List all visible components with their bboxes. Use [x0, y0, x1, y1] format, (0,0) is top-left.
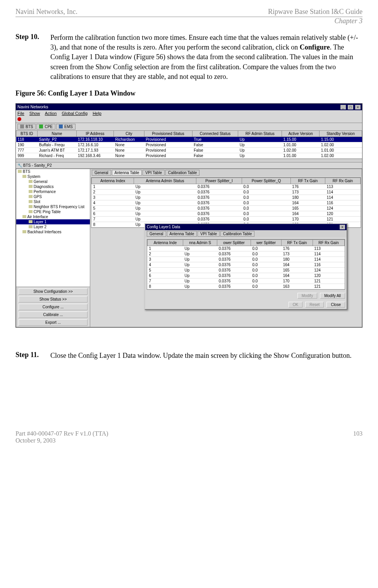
table-row[interactable]: 6Up0.03760.0164120: [148, 273, 345, 278]
btn-configure[interactable]: Configure ...: [19, 304, 88, 310]
tab-antenna[interactable]: Antenna Table: [112, 170, 142, 176]
tree-node[interactable]: System: [16, 174, 90, 179]
btn-reset[interactable]: Reset: [305, 302, 324, 308]
tree-node[interactable]: Layer 2: [16, 224, 90, 229]
tree-node[interactable]: General: [16, 179, 90, 184]
ems-icon: [59, 125, 63, 128]
col-header[interactable]: RF Admin Status: [238, 130, 282, 137]
dialog-grid[interactable]: Antenna Indenna Admin Sower Splitterwer …: [147, 239, 345, 289]
col-header[interactable]: BTS ID: [16, 130, 38, 137]
table-row[interactable]: 7Up0.03760.0170121: [92, 216, 361, 222]
menu-action[interactable]: Action: [45, 111, 57, 116]
btn-show-status[interactable]: Show Status >>: [19, 296, 88, 303]
table-row[interactable]: 3Up0.03760.0180114: [148, 256, 345, 262]
nav-tree[interactable]: BTS System General Diagnostics Performan…: [16, 169, 90, 287]
header-right: Ripwave Base Station I&C Guide: [268, 8, 363, 16]
tree-node[interactable]: GPS: [16, 194, 90, 199]
tab-general[interactable]: General: [92, 170, 111, 176]
toolbar-icon[interactable]: [17, 117, 21, 121]
col-header[interactable]: Name: [38, 130, 76, 137]
col-header[interactable]: nna Admin S: [183, 239, 217, 246]
col-header[interactable]: RF Rx Gain: [313, 239, 344, 246]
table-row[interactable]: 999Richard - Freq192.168.3.46NoneProvisi…: [16, 153, 362, 158]
tree-node[interactable]: Layer 1: [16, 219, 90, 224]
tree-node[interactable]: Slot: [16, 199, 90, 204]
col-header[interactable]: Active Version: [282, 130, 320, 137]
btn-close[interactable]: Close: [326, 302, 345, 308]
folder-icon: [29, 200, 33, 203]
btn-ok[interactable]: OK: [289, 302, 302, 308]
col-header[interactable]: wer Splitter: [251, 239, 281, 246]
col-header[interactable]: Antenna Inde: [148, 239, 183, 246]
btn-modify-all[interactable]: Modify All: [320, 293, 345, 299]
col-header[interactable]: Power Splitter_I: [196, 178, 242, 184]
table-row[interactable]: 4Up0.03760.0164116: [92, 200, 361, 205]
table-row[interactable]: 7Up0.03760.0170121: [148, 278, 345, 284]
tree-node[interactable]: Performance: [16, 189, 90, 194]
dtab-antenna[interactable]: Antenna Table: [167, 231, 197, 237]
minimize-icon[interactable]: _: [340, 105, 346, 109]
tab-ems[interactable]: EMS: [56, 124, 76, 130]
menu-show[interactable]: Show: [29, 111, 40, 116]
col-header[interactable]: Power Splitter_Q: [242, 178, 291, 184]
folder-icon: [22, 215, 26, 218]
col-header[interactable]: RF Tx Gain: [290, 178, 325, 184]
col-header[interactable]: RF Rx Gain: [325, 178, 360, 184]
table-row[interactable]: 4Up0.03760.0164116: [148, 262, 345, 267]
footer-date: October 9, 2003: [15, 437, 363, 444]
col-header[interactable]: Provisioned Status: [144, 130, 192, 137]
maximize-icon[interactable]: □: [348, 105, 353, 109]
tree-node[interactable]: Neighbor BTS Frequency List: [16, 204, 90, 209]
dtab-general[interactable]: General: [147, 231, 166, 237]
dialog-close-icon[interactable]: ×: [340, 225, 345, 229]
table-row[interactable]: 2Up0.03760.0173114: [148, 251, 345, 256]
table-row[interactable]: 6Up0.03760.0164120: [92, 211, 361, 216]
table-row[interactable]: 2Up0.03760.0173114: [92, 189, 361, 195]
splitter[interactable]: [16, 159, 362, 162]
tree-node[interactable]: CPE Ping Table: [16, 209, 90, 214]
step-11: Step 11. Close the Config Layer 1 Data w…: [15, 351, 363, 361]
btn-modify[interactable]: Modify: [297, 293, 317, 299]
tab-cpe[interactable]: CPE: [36, 124, 55, 130]
tab-vpi[interactable]: VPI Table: [143, 170, 165, 176]
dtab-vpi[interactable]: VPI Table: [198, 231, 220, 237]
col-header[interactable]: IP Address: [76, 130, 114, 137]
col-header[interactable]: ower Splitter: [217, 239, 251, 246]
step-11-text: Close the Config Layer 1 Data window. Up…: [50, 351, 363, 361]
table-row[interactable]: 118Sanity_P2172.16.118.10RichardsonProvi…: [16, 137, 362, 142]
table-row[interactable]: 8Up0.03760.0163121: [148, 284, 345, 289]
col-header[interactable]: Antenna Index: [92, 178, 134, 184]
tree-node[interactable]: Air Interface: [16, 214, 90, 219]
btn-show-config[interactable]: Show Configuration >>: [19, 288, 88, 295]
table-row[interactable]: 190Buffalo - Frequ172.16.6.10NoneProvisi…: [16, 142, 362, 147]
menu-file[interactable]: File: [17, 111, 24, 116]
table-row[interactable]: 5Up0.03760.0165124: [92, 205, 361, 211]
table-row[interactable]: 1Up0.03760.0176113: [148, 246, 345, 251]
folder-icon: [29, 190, 33, 193]
bts-grid[interactable]: BTS IDNameIP AddressCityProvisioned Stat…: [16, 130, 362, 159]
tree-node[interactable]: Diagnostics: [16, 184, 90, 189]
col-header[interactable]: City: [114, 130, 144, 137]
tab-calibration[interactable]: Calibration Table: [165, 170, 199, 176]
tree-node[interactable]: Backhaul Interfaces: [16, 229, 90, 234]
menu-help[interactable]: Help: [93, 111, 101, 116]
col-header[interactable]: Connected Status: [192, 130, 238, 137]
close-icon[interactable]: ×: [355, 105, 361, 109]
btn-calibrate[interactable]: Calibrate ...: [19, 311, 88, 318]
col-header[interactable]: Standby Version: [320, 130, 362, 137]
table-row[interactable]: 777Juan's ATM BT172.17.1.93NoneProvision…: [16, 147, 362, 153]
step-10-text: Perform the calibration function two mor…: [50, 33, 363, 82]
folder-icon: [29, 195, 33, 198]
col-header[interactable]: Antenna Admin Status: [134, 178, 196, 184]
table-row[interactable]: 5Up0.03760.0165124: [148, 267, 345, 273]
dtab-calibration[interactable]: Calibration Table: [220, 231, 254, 237]
table-row[interactable]: 3Up0.03760.0180114: [92, 195, 361, 200]
bts-panel-label: 🔧 BTS - Sanity_P2: [16, 162, 362, 169]
table-row[interactable]: 1Up0.03760.0176113: [92, 184, 361, 189]
tree-node[interactable]: BTS: [16, 169, 90, 174]
menu-global-config[interactable]: Global Config: [62, 111, 88, 116]
col-header[interactable]: RF Tx Gain: [282, 239, 313, 246]
tab-bts[interactable]: BTS: [17, 124, 36, 130]
antenna-grid[interactable]: Antenna IndexAntenna Admin StatusPower S…: [91, 178, 361, 227]
btn-export[interactable]: Export ...: [19, 319, 88, 326]
